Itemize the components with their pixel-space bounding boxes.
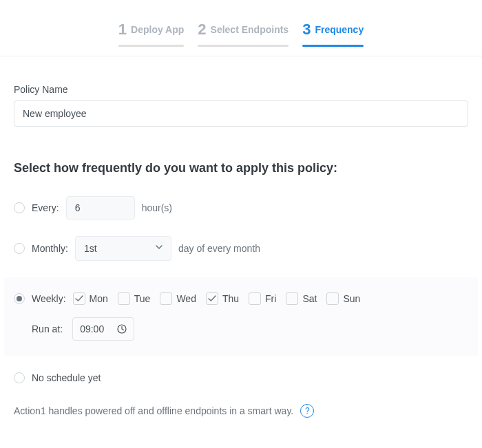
footer-note: Action1 handles powered off and offline … xyxy=(14,404,468,418)
monthly-day-select[interactable]: 1st xyxy=(75,236,171,261)
step-underline xyxy=(302,45,364,47)
day-label-tue: Tue xyxy=(134,293,151,304)
run-at-value: 09:00 xyxy=(80,323,104,334)
radio-every-label: Every: xyxy=(32,202,59,213)
frequency-option-none: No schedule yet xyxy=(14,372,468,383)
step-number: 2 xyxy=(198,21,206,39)
radio-every[interactable] xyxy=(14,202,25,213)
chevron-down-icon xyxy=(156,245,163,252)
radio-monthly[interactable] xyxy=(14,243,25,254)
content: Policy Name Select how frequently do you… xyxy=(0,56,482,431)
radio-none[interactable] xyxy=(14,372,25,383)
day-label-sat: Sat xyxy=(302,293,317,304)
frequency-option-every: Every: hour(s) xyxy=(14,196,468,220)
day-sat: Sat xyxy=(286,292,317,305)
day-thu: Thu xyxy=(206,292,239,305)
run-at-row: Run at: 09:00 xyxy=(14,317,468,341)
day-label-fri: Fri xyxy=(265,293,276,304)
radio-none-label: No schedule yet xyxy=(32,372,101,383)
step-underline xyxy=(118,45,185,47)
checkbox-sun[interactable] xyxy=(326,292,339,305)
monthly-suffix: day of every month xyxy=(178,243,260,254)
checkbox-wed[interactable] xyxy=(160,292,172,305)
checkbox-mon[interactable] xyxy=(73,292,85,305)
frequency-title: Select how frequently do you want to app… xyxy=(14,161,468,175)
day-tue: Tue xyxy=(118,292,151,305)
run-at-input[interactable]: 09:00 xyxy=(72,317,134,341)
frequency-option-weekly: Weekly: Mon Tue xyxy=(4,277,478,356)
day-label-sun: Sun xyxy=(343,293,360,304)
day-fri: Fri xyxy=(249,292,276,305)
policy-name-input[interactable] xyxy=(14,100,468,127)
day-label-mon: Mon xyxy=(90,293,108,304)
step-number: 1 xyxy=(118,21,127,39)
every-hours-input[interactable] xyxy=(66,196,135,220)
stepper: 1 Deploy App 2 Select Endpoints 3 Freque… xyxy=(0,0,482,56)
step-number: 3 xyxy=(302,21,311,39)
radio-monthly-label: Monthly: xyxy=(32,243,68,254)
help-icon[interactable]: ? xyxy=(300,404,314,418)
radio-weekly-label: Weekly: xyxy=(32,293,66,304)
checkbox-fri[interactable] xyxy=(249,292,261,305)
days-row: Mon Tue Wed xyxy=(73,292,361,305)
every-suffix: hour(s) xyxy=(142,202,172,213)
clock-icon xyxy=(117,324,127,334)
checkbox-sat[interactable] xyxy=(286,292,298,305)
day-label-wed: Wed xyxy=(176,293,196,304)
policy-name-label: Policy Name xyxy=(14,84,468,95)
footer-text: Action1 handles powered off and offline … xyxy=(14,405,293,416)
step-frequency[interactable]: 3 Frequency xyxy=(302,21,364,45)
day-label-thu: Thu xyxy=(222,293,239,304)
step-label: Select Endpoints xyxy=(211,24,289,35)
step-deploy-app[interactable]: 1 Deploy App xyxy=(118,21,185,45)
step-underline xyxy=(198,45,289,47)
day-mon: Mon xyxy=(73,292,108,305)
run-at-label: Run at: xyxy=(32,323,63,334)
weekly-line: Weekly: Mon Tue xyxy=(14,292,468,305)
step-select-endpoints[interactable]: 2 Select Endpoints xyxy=(198,21,289,45)
frequency-option-monthly: Monthly: 1st day of every month xyxy=(14,236,468,261)
checkbox-thu[interactable] xyxy=(206,292,218,305)
step-label: Deploy App xyxy=(131,24,184,35)
checkbox-tue[interactable] xyxy=(118,292,130,305)
monthly-day-value: 1st xyxy=(84,243,97,254)
day-wed: Wed xyxy=(160,292,196,305)
step-label: Frequency xyxy=(315,24,364,35)
day-sun: Sun xyxy=(326,292,360,305)
radio-weekly[interactable] xyxy=(14,293,25,304)
